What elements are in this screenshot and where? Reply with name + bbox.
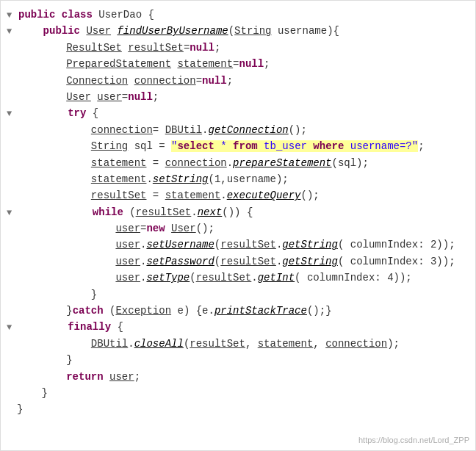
line-content-16: user.setPassword(resultSet.getString( co… [17, 253, 469, 270]
line-10: statement = connection.prepareStatement(… [1, 155, 475, 171]
line-content-18: } [17, 286, 469, 303]
line-content-24: } [17, 385, 469, 401]
line-content-6: User user=null; [17, 89, 469, 105]
line-18: } [1, 286, 475, 303]
line-23: return user; [1, 369, 475, 385]
line-25: } [1, 401, 475, 417]
line-8: connection= DBUtil.getConnection(); [1, 122, 475, 138]
line-3: ResultSet resultSet=null; [1, 40, 475, 56]
line-content-12: resultSet = statement.executeQuery(); [17, 187, 469, 203]
line-marker-22 [7, 352, 17, 368]
line-12: resultSet = statement.executeQuery(); [1, 187, 475, 203]
line-13: ▼ while (resultSet.next()) { [1, 204, 475, 220]
line-content-1: public class UserDao { [18, 7, 469, 23]
line-marker-9 [7, 138, 17, 154]
line-content-20: finally { [18, 319, 469, 335]
line-17: user.setType(resultSet.getInt( columnInd… [1, 270, 475, 286]
line-marker-6 [7, 89, 17, 105]
line-4: PreparedStatement statement=null; [1, 56, 475, 72]
line-19: }catch (Exception e) {e.printStackTrace(… [1, 303, 475, 319]
line-marker-14 [7, 220, 17, 237]
line-24: } [1, 385, 475, 401]
line-marker-12 [7, 187, 17, 203]
line-marker-8 [7, 122, 17, 138]
line-content-2: public User findUserByUsername(String us… [18, 23, 469, 39]
line-content-5: Connection connection=null; [17, 73, 469, 89]
line-marker-18 [7, 286, 17, 303]
line-content-23: return user; [17, 369, 469, 385]
line-content-7: try { [18, 105, 469, 121]
line-21: DBUtil.closeAll(resultSet, statement, co… [1, 336, 475, 352]
code-container: ▼ public class UserDao { ▼ public User f… [0, 0, 476, 451]
line-content-11: statement.setString(1,username); [17, 171, 469, 187]
line-content-13: while (resultSet.next()) { [18, 204, 469, 220]
line-marker-19 [7, 303, 17, 319]
line-marker-23 [7, 369, 17, 385]
fold-arrow-7: ▼ [7, 107, 17, 121]
code-block: ▼ public class UserDao { ▼ public User f… [1, 1, 475, 424]
line-content-21: DBUtil.closeAll(resultSet, statement, co… [17, 336, 469, 352]
line-content-19: }catch (Exception e) {e.printStackTrace(… [17, 303, 469, 319]
line-content-9: String sql = "select * from tb_user wher… [17, 138, 469, 154]
line-content-3: ResultSet resultSet=null; [17, 40, 469, 56]
line-marker-25 [7, 401, 17, 417]
line-marker-15 [7, 237, 17, 253]
line-marker-3 [7, 40, 17, 56]
line-9: String sql = "select * from tb_user wher… [1, 138, 475, 154]
line-marker-11 [7, 171, 17, 187]
line-content-8: connection= DBUtil.getConnection(); [17, 122, 469, 138]
line-11: statement.setString(1,username); [1, 171, 475, 187]
watermark: https://blog.csdn.net/Lord_ZPP [358, 434, 469, 447]
line-content-4: PreparedStatement statement=null; [17, 56, 469, 72]
line-content-15: user.setUsername(resultSet.getString( co… [17, 237, 469, 253]
line-7: ▼ try { [1, 105, 475, 121]
line-content-10: statement = connection.prepareStatement(… [17, 155, 469, 171]
line-14: user=new User(); [1, 220, 475, 237]
line-marker-21 [7, 336, 17, 352]
line-content-14: user=new User(); [17, 220, 469, 237]
line-6: User user=null; [1, 89, 475, 105]
line-15: user.setUsername(resultSet.getString( co… [1, 237, 475, 253]
line-22: } [1, 352, 475, 368]
line-1: ▼ public class UserDao { [1, 7, 475, 23]
line-content-17: user.setType(resultSet.getInt( columnInd… [17, 270, 469, 286]
line-marker-17 [7, 270, 17, 286]
line-2: ▼ public User findUserByUsername(String … [1, 23, 475, 39]
line-marker-4 [7, 56, 17, 72]
line-marker-5 [7, 73, 17, 89]
line-marker-24 [7, 385, 17, 401]
fold-arrow-20: ▼ [7, 321, 17, 335]
line-20: ▼ finally { [1, 319, 475, 335]
line-content-22: } [17, 352, 469, 368]
fold-arrow-13: ▼ [7, 206, 17, 220]
fold-arrow-1: ▼ [7, 9, 17, 23]
line-marker-10 [7, 155, 17, 171]
line-marker-16 [7, 253, 17, 270]
line-5: Connection connection=null; [1, 73, 475, 89]
line-16: user.setPassword(resultSet.getString( co… [1, 253, 475, 270]
line-content-25: } [17, 401, 469, 417]
fold-arrow-2: ▼ [7, 25, 17, 39]
